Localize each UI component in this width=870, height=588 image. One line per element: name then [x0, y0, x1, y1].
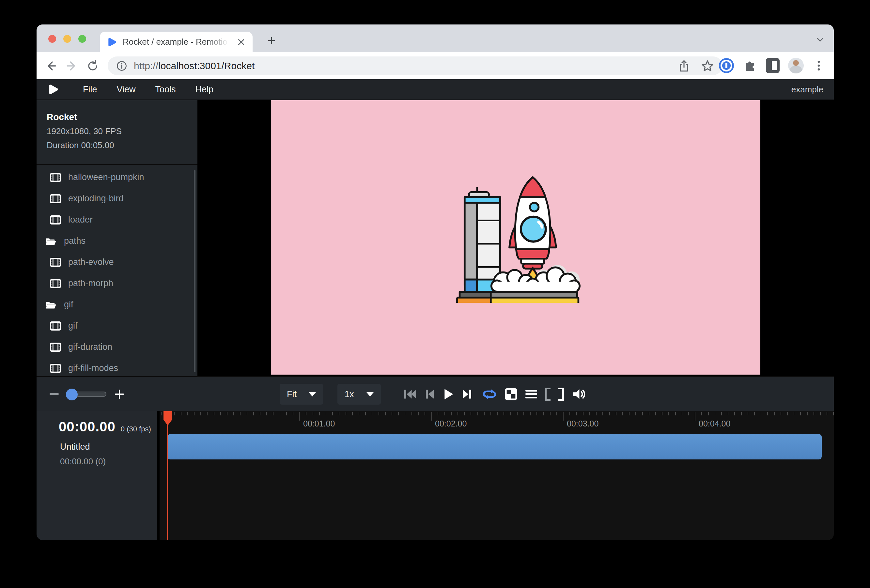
volume-icon[interactable] — [572, 388, 586, 401]
ruler-label: 00:04.00 — [699, 419, 730, 429]
fullscreen-window-button[interactable] — [78, 35, 86, 43]
ruler-label: 00:01.00 — [303, 419, 335, 429]
tab-strip: Rocket / example - Remotion P + — [37, 24, 834, 52]
composition-specs: 1920x1080, 30 FPS — [47, 126, 197, 136]
forward-icon[interactable] — [65, 60, 78, 73]
sidebar-item-label: gif-fill-modes — [68, 363, 118, 373]
address-bar[interactable]: http://localhost:3001/Rocket — [108, 57, 723, 75]
close-window-button[interactable] — [48, 35, 56, 43]
ruler-tick — [563, 412, 563, 421]
composition-name: Rocket — [47, 112, 197, 122]
avatar[interactable] — [788, 58, 804, 73]
film-icon — [50, 322, 61, 330]
url-scheme: http:// — [134, 60, 158, 71]
menu-help[interactable]: Help — [186, 85, 223, 95]
minimize-window-button[interactable] — [63, 35, 71, 43]
film-icon — [50, 364, 61, 373]
sidebar-item-exploding-bird[interactable]: exploding-bird — [37, 188, 197, 209]
sidebar-item-loader[interactable]: loader — [37, 209, 197, 230]
browser-window: Rocket / example - Remotion P + — [37, 24, 834, 540]
tab-search-chevron-icon[interactable] — [815, 35, 825, 44]
remotion-favicon — [107, 37, 117, 47]
in-point-icon[interactable] — [545, 388, 551, 401]
playhead-marker[interactable] — [164, 411, 172, 426]
open-folder-icon — [45, 237, 56, 246]
browser-toolbar: http://localhost:3001/Rocket — [37, 52, 834, 79]
playback-rate-value: 1x — [345, 389, 354, 399]
sidebar-folder-paths[interactable]: paths — [37, 230, 197, 252]
sidebar-item-label: gif-duration — [68, 342, 112, 352]
timeline-ruler[interactable] — [161, 412, 834, 415]
zoom-in-icon[interactable] — [114, 389, 125, 399]
ruler-tick — [299, 412, 300, 421]
sidebar-item-gif-duration[interactable]: gif-duration — [37, 336, 197, 358]
rocket-illustration — [450, 172, 581, 303]
menu-tools[interactable]: Tools — [146, 85, 186, 95]
ruler-label: 00:02.00 — [435, 419, 467, 429]
browser-tab[interactable]: Rocket / example - Remotion P — [100, 32, 253, 52]
play-icon[interactable] — [442, 388, 454, 400]
next-frame-icon[interactable] — [462, 388, 473, 400]
current-timecode: 00:00.00 — [59, 419, 116, 435]
sidebar-item-label: halloween-pumpkin — [68, 172, 144, 182]
chevron-down-icon — [366, 392, 374, 396]
size-select[interactable]: Fit — [280, 384, 323, 405]
out-point-icon[interactable] — [559, 388, 564, 401]
new-tab-button[interactable]: + — [265, 34, 278, 47]
side-panel-extension-icon[interactable] — [766, 58, 780, 73]
site-info-icon[interactable] — [116, 60, 127, 71]
reload-icon[interactable] — [86, 60, 99, 73]
sidebar-item-label: loader — [68, 215, 93, 225]
track-time-info: 00:00.00 (0) — [60, 457, 157, 467]
sidebar-item-label: gif — [68, 321, 77, 331]
tab-close-icon[interactable] — [237, 38, 246, 46]
film-icon — [50, 215, 61, 225]
menu-view[interactable]: View — [107, 85, 146, 95]
composition-info: Rocket 1920x1080, 30 FPS Duration 00:05.… — [37, 100, 197, 165]
sidebar-item-gif[interactable]: gif — [37, 315, 197, 336]
track-name[interactable]: Untitled — [60, 442, 157, 452]
film-icon — [50, 258, 61, 267]
chevron-down-icon — [309, 392, 316, 396]
url-text[interactable]: http://localhost:3001/Rocket — [134, 60, 255, 71]
skip-to-start-icon[interactable] — [403, 388, 417, 400]
sidebar-item-path-morph[interactable]: path-morph — [37, 273, 197, 294]
back-icon[interactable] — [45, 60, 57, 73]
zoom-slider-knob[interactable] — [66, 389, 77, 400]
bookmark-star-icon[interactable] — [701, 60, 714, 73]
open-folder-icon — [45, 300, 56, 309]
loop-icon[interactable] — [482, 388, 497, 401]
zoom-slider[interactable] — [67, 392, 106, 397]
workspace-label: example — [791, 85, 823, 95]
size-select-value: Fit — [287, 389, 296, 399]
ruler-tick — [695, 412, 696, 421]
sidebar-item-label: path-evolve — [68, 257, 114, 267]
sidebar-item-label: gif — [64, 299, 73, 310]
transparency-checkerboard-icon[interactable] — [505, 388, 518, 401]
composition-list: halloween-pumpkin exploding-bird loader … — [37, 165, 197, 376]
video-canvas — [271, 100, 760, 375]
sidebar-item-path-evolve[interactable]: path-evolve — [37, 252, 197, 273]
timeline-clip-bar[interactable] — [167, 434, 822, 460]
extensions-puzzle-icon[interactable] — [742, 58, 757, 73]
share-icon[interactable] — [678, 60, 690, 73]
composition-duration: Duration 00:05.00 — [47, 140, 197, 150]
playback-rate-select[interactable]: 1x — [337, 384, 381, 405]
menu-file[interactable]: File — [73, 85, 107, 95]
sidebar-item-gif-fill-modes[interactable]: gif-fill-modes — [37, 358, 197, 376]
overflow-menu-icon[interactable] — [812, 58, 825, 73]
film-icon — [50, 342, 61, 352]
ruler-tick — [431, 412, 432, 421]
sidebar-item-halloween-pumpkin[interactable]: halloween-pumpkin — [37, 167, 197, 188]
password-manager-icon[interactable] — [719, 58, 734, 73]
current-frame-info: 0 (30 fps) — [121, 425, 151, 433]
sidebar-folder-gif[interactable]: gif — [37, 294, 197, 315]
timeline-track-area[interactable]: 00:01.00 00:02.00 00:03.00 00:04.00 — [159, 411, 834, 540]
remotion-logo-icon[interactable] — [48, 84, 59, 95]
previous-frame-icon[interactable] — [424, 388, 435, 400]
sidebar-scrollbar[interactable] — [194, 170, 195, 372]
traffic-lights — [48, 35, 86, 43]
zoom-out-icon[interactable] — [50, 393, 59, 395]
sidebar-item-label: path-morph — [68, 278, 113, 289]
timeline-rows-icon[interactable] — [525, 390, 537, 398]
